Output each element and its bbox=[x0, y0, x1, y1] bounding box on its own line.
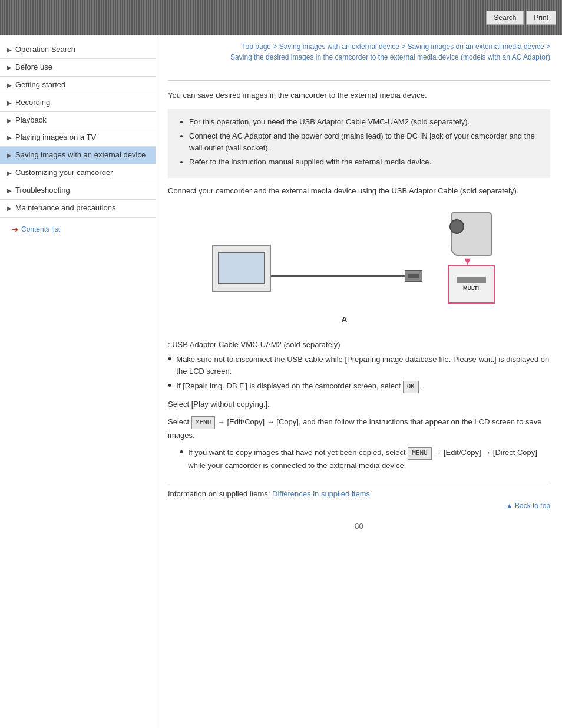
contents-list[interactable]: ➜ Contents list bbox=[0, 218, 156, 240]
chevron-right-icon: ▶ bbox=[7, 99, 12, 107]
header: Search Print bbox=[0, 0, 562, 35]
sidebar-item-label: Before use bbox=[15, 62, 150, 73]
chevron-right-icon: ▶ bbox=[7, 169, 12, 177]
info-list-item: Refer to the instruction manual supplied… bbox=[189, 156, 541, 168]
info-list-item: Connect the AC Adaptor and the power cor… bbox=[189, 130, 541, 153]
step-label-text: : USB Adaptor Cable VMC-UAM2 (sold separ… bbox=[168, 339, 340, 351]
multi-port: MULTI bbox=[448, 265, 495, 304]
menu-button[interactable]: MENU bbox=[191, 416, 216, 430]
step-list: : USB Adaptor Cable VMC-UAM2 (sold separ… bbox=[168, 339, 550, 393]
sidebar-item-saving-images[interactable]: ▶ Saving images with an external device bbox=[0, 147, 156, 164]
select-play-line: Select [Play without copying.]. bbox=[168, 398, 550, 411]
step-text-2: If [Repair Img. DB F.] is displayed on t… bbox=[176, 380, 423, 393]
info-list-item: For this operation, you need the USB Ada… bbox=[189, 116, 541, 128]
footer-info-link[interactable]: Differences in supplied items bbox=[272, 489, 370, 498]
select-menu-line: Select MENU → [Edit/Copy] → [Copy], and … bbox=[168, 416, 550, 443]
sidebar-item-label: Saving images with an external device bbox=[15, 150, 150, 160]
footer-info-prefix: Information on supplied items: bbox=[168, 489, 272, 498]
sidebar-item-label: Troubleshooting bbox=[15, 186, 150, 196]
main-content: Top page > Saving images with an externa… bbox=[156, 35, 562, 728]
diagram-label-a: A bbox=[342, 315, 348, 324]
chevron-right-icon: ▶ bbox=[7, 46, 12, 54]
sidebar-item-before-use[interactable]: ▶ Before use bbox=[0, 59, 156, 77]
usb-cable bbox=[271, 275, 406, 277]
sidebar-item-label: Recording bbox=[15, 98, 150, 108]
sidebar-item-label: Customizing your camcorder bbox=[15, 168, 150, 178]
chevron-right-icon: ▶ bbox=[7, 205, 12, 212]
sidebar-item-label: Getting started bbox=[15, 80, 150, 90]
divider-top bbox=[168, 80, 550, 81]
intro-text: You can save desired images in the camco… bbox=[168, 90, 550, 102]
footer-info: Information on supplied items: Differenc… bbox=[168, 489, 550, 498]
sidebar-item-operation-search[interactable]: ▶ Operation Search bbox=[0, 41, 156, 59]
page-number: 80 bbox=[168, 522, 550, 531]
page-layout: ▶ Operation Search ▶ Before use ▶ Gettin… bbox=[0, 35, 562, 728]
sidebar-item-playback[interactable]: ▶ Playback bbox=[0, 112, 156, 130]
device-screen bbox=[218, 252, 265, 284]
ok-button[interactable]: OK bbox=[403, 381, 419, 393]
footer-divider bbox=[168, 483, 550, 483]
connection-diagram: ▼ MULTI A bbox=[168, 209, 550, 327]
select-prefix: Select bbox=[168, 417, 189, 426]
step-text-1: Make sure not to disconnect the USB cabl… bbox=[176, 354, 550, 377]
breadcrumb-link-top[interactable]: Top page bbox=[242, 42, 271, 51]
period: . bbox=[421, 381, 424, 390]
sidebar-item-maintenance[interactable]: ▶ Maintenance and precautions bbox=[0, 200, 156, 218]
multi-port-slot bbox=[457, 277, 486, 283]
external-media-device bbox=[212, 245, 271, 292]
sub-step-item: • If you want to copy images that have n… bbox=[180, 447, 550, 471]
step-item-2: • If [Repair Img. DB F.] is displayed on… bbox=[168, 380, 550, 393]
step-usb-label: : USB Adaptor Cable VMC-UAM2 (sold separ… bbox=[168, 339, 550, 351]
camcorder bbox=[451, 212, 492, 256]
info-list: For this operation, you need the USB Ada… bbox=[177, 116, 541, 168]
arrow-right-icon: ➜ bbox=[12, 225, 19, 234]
sub-step-text: If you want to copy images that have not… bbox=[188, 447, 550, 471]
chevron-right-icon: ▶ bbox=[7, 151, 12, 159]
usb-connector bbox=[405, 270, 422, 282]
breadcrumb-link-saving[interactable]: Saving images with an external device bbox=[279, 42, 399, 51]
chevron-right-icon: ▶ bbox=[7, 64, 12, 71]
print-button[interactable]: Print bbox=[526, 11, 556, 25]
chevron-right-icon: ▶ bbox=[7, 134, 12, 141]
breadcrumb-separator: > bbox=[401, 42, 407, 51]
sidebar-item-label: Operation Search bbox=[15, 45, 150, 55]
back-to-top[interactable]: ▲ Back to top bbox=[168, 502, 550, 510]
step-item-1: • Make sure not to disconnect the USB ca… bbox=[168, 354, 550, 377]
chevron-right-icon: ▶ bbox=[7, 81, 12, 89]
breadcrumb-link-external-media[interactable]: Saving images on an external media devic… bbox=[408, 42, 544, 51]
sidebar-item-customizing[interactable]: ▶ Customizing your camcorder bbox=[0, 164, 156, 182]
sub-arrow: → [Edit/Copy] → bbox=[434, 448, 491, 457]
sidebar-item-label: Maintenance and precautions bbox=[15, 203, 150, 213]
multi-label: MULTI bbox=[463, 285, 479, 291]
sidebar-item-getting-started[interactable]: ▶ Getting started bbox=[0, 77, 156, 94]
camcorder-lens bbox=[449, 219, 464, 234]
select-text: Select [Play without copying.]. bbox=[168, 400, 270, 409]
breadcrumb-separator: > bbox=[546, 42, 550, 51]
back-to-top-link[interactable]: ▲ Back to top bbox=[506, 502, 550, 510]
sidebar-item-label: Playback bbox=[15, 116, 150, 126]
chevron-right-icon: ▶ bbox=[7, 187, 12, 195]
sidebar: ▶ Operation Search ▶ Before use ▶ Gettin… bbox=[0, 35, 156, 728]
connect-text: Connect your camcorder and the external … bbox=[168, 185, 550, 197]
breadcrumb-separator: > bbox=[273, 42, 279, 51]
select-middle: → [Edit/Copy] → [Copy], and then follow … bbox=[168, 417, 542, 440]
sidebar-item-label: Playing images on a TV bbox=[15, 133, 150, 143]
sidebar-item-playing-images-tv[interactable]: ▶ Playing images on a TV bbox=[0, 129, 156, 147]
sub-menu-button[interactable]: MENU bbox=[408, 447, 432, 460]
breadcrumb: Top page > Saving images with an externa… bbox=[168, 41, 550, 62]
search-button[interactable]: Search bbox=[486, 11, 524, 25]
chevron-right-icon: ▶ bbox=[7, 117, 12, 124]
contents-list-link[interactable]: Contents list bbox=[21, 225, 60, 233]
sidebar-item-troubleshooting[interactable]: ▶ Troubleshooting bbox=[0, 182, 156, 200]
info-box: For this operation, you need the USB Ada… bbox=[168, 109, 550, 178]
sidebar-item-recording[interactable]: ▶ Recording bbox=[0, 94, 156, 112]
breadcrumb-link-desired[interactable]: Saving the desired images in the camcord… bbox=[230, 53, 550, 61]
diagram-svg: ▼ MULTI A bbox=[212, 209, 507, 327]
